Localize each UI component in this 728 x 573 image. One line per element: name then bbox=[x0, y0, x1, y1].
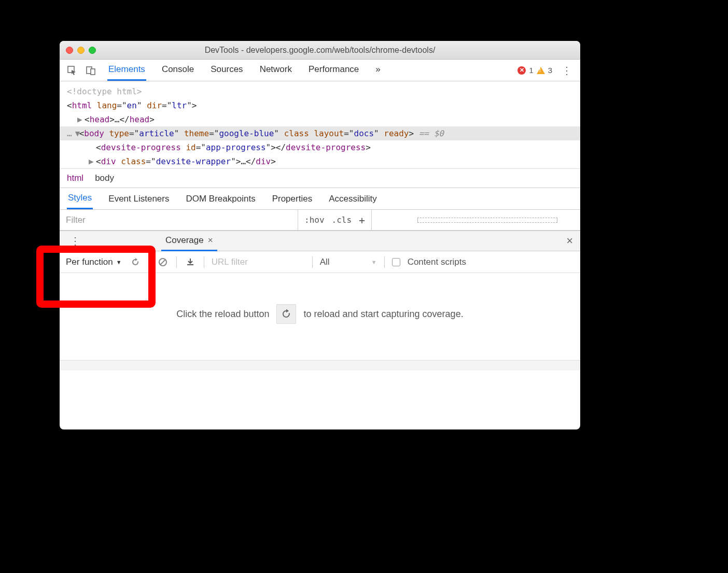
more-tabs-button[interactable]: » bbox=[374, 60, 381, 81]
devsite-progress-node[interactable]: <devsite-progress id="app-progress"></de… bbox=[67, 140, 580, 154]
html-node[interactable]: <html lang="en" dir="ltr"> bbox=[67, 98, 580, 112]
subtab-dom-breakpoints[interactable]: DOM Breakpoints bbox=[185, 189, 256, 209]
coverage-granularity-dropdown[interactable]: Per function ▼ bbox=[66, 257, 122, 267]
main-tabs: Elements Console Sources Network Perform… bbox=[107, 60, 382, 81]
tab-performance[interactable]: Performance bbox=[307, 60, 360, 81]
tab-elements[interactable]: Elements bbox=[107, 60, 146, 81]
dom-tree[interactable]: <!doctype html> <html lang="en" dir="ltr… bbox=[60, 81, 580, 168]
tab-sources[interactable]: Sources bbox=[209, 60, 244, 81]
body-node-selected[interactable]: …▼<body type="article" theme="google-blu… bbox=[60, 126, 580, 140]
settings-menu-button[interactable]: ⋮ bbox=[558, 64, 575, 77]
warning-count: 3 bbox=[548, 66, 552, 75]
clear-icon[interactable] bbox=[157, 256, 169, 268]
chevron-down-icon: ▼ bbox=[116, 259, 122, 265]
tab-console[interactable]: Console bbox=[161, 60, 195, 81]
doctype-node: <!doctype html> bbox=[67, 87, 142, 96]
type-filter-label: All bbox=[320, 257, 330, 267]
warning-icon bbox=[537, 67, 545, 74]
hov-toggle[interactable]: :hov bbox=[304, 215, 325, 225]
drawer-tabs: ⋮ Coverage × × bbox=[60, 231, 580, 251]
head-node[interactable]: ▶<head>…</head> bbox=[67, 112, 580, 126]
subtab-properties[interactable]: Properties bbox=[271, 189, 313, 209]
dropdown-label: Per function bbox=[66, 257, 113, 267]
subtab-styles[interactable]: Styles bbox=[67, 188, 93, 209]
drawer-tab-close-icon[interactable]: × bbox=[208, 235, 213, 246]
content-scripts-checkbox[interactable] bbox=[392, 258, 400, 266]
error-count: 1 bbox=[529, 66, 533, 75]
devtools-window: DevTools - developers.google.com/web/too… bbox=[60, 41, 580, 429]
styles-toggles: :hov .cls + bbox=[298, 210, 372, 230]
main-toolbar: Elements Console Sources Network Perform… bbox=[60, 60, 580, 81]
error-icon: ✕ bbox=[517, 66, 526, 75]
devsite-wrapper-node[interactable]: ▶<div class="devsite-wrapper">…</div> bbox=[67, 154, 580, 168]
coverage-empty-state: Click the reload button to reload and st… bbox=[60, 273, 580, 360]
chevron-down-icon: ▼ bbox=[371, 259, 377, 265]
error-warning-counts[interactable]: ✕ 1 3 bbox=[517, 66, 552, 75]
empty-text-pre: Click the reload button bbox=[176, 309, 269, 320]
inspect-element-icon[interactable] bbox=[65, 63, 79, 78]
drawer-close-button[interactable]: × bbox=[566, 234, 573, 248]
tab-network[interactable]: Network bbox=[259, 60, 293, 81]
window-title: DevTools - developers.google.com/web/too… bbox=[60, 46, 580, 55]
box-model-preview bbox=[417, 218, 557, 223]
breadcrumb: html body bbox=[60, 168, 580, 188]
subtab-accessibility[interactable]: Accessibility bbox=[328, 189, 378, 209]
styles-filter-input[interactable] bbox=[60, 210, 298, 230]
subtab-event-listeners[interactable]: Event Listeners bbox=[107, 189, 170, 209]
type-filter-dropdown[interactable]: All ▼ bbox=[320, 257, 377, 267]
empty-text-post: to reload and start capturing coverage. bbox=[303, 309, 463, 320]
drawer-menu-button[interactable]: ⋮ bbox=[67, 235, 83, 247]
titlebar: DevTools - developers.google.com/web/too… bbox=[60, 41, 580, 60]
reload-button[interactable] bbox=[276, 304, 296, 324]
styles-tabs: Styles Event Listeners DOM Breakpoints P… bbox=[60, 188, 580, 210]
breadcrumb-body[interactable]: body bbox=[95, 173, 114, 183]
drawer-tab-coverage-label: Coverage bbox=[165, 235, 204, 246]
url-filter-input[interactable] bbox=[212, 257, 305, 267]
svg-line-4 bbox=[160, 260, 165, 265]
cls-toggle[interactable]: .cls bbox=[332, 215, 352, 225]
styles-filter-bar: :hov .cls + bbox=[60, 210, 580, 231]
svg-rect-2 bbox=[91, 69, 95, 75]
coverage-toolbar: Per function ▼ All ▼ Content scripts bbox=[60, 251, 580, 273]
reload-icon[interactable] bbox=[129, 256, 142, 268]
content-scripts-label: Content scripts bbox=[408, 257, 466, 267]
export-icon[interactable] bbox=[184, 256, 197, 268]
drawer-tab-coverage[interactable]: Coverage × bbox=[161, 231, 217, 251]
new-style-rule-button[interactable]: + bbox=[359, 214, 365, 226]
device-mode-icon[interactable] bbox=[83, 63, 98, 78]
footer-bar bbox=[60, 360, 580, 370]
breadcrumb-html[interactable]: html bbox=[67, 173, 83, 183]
